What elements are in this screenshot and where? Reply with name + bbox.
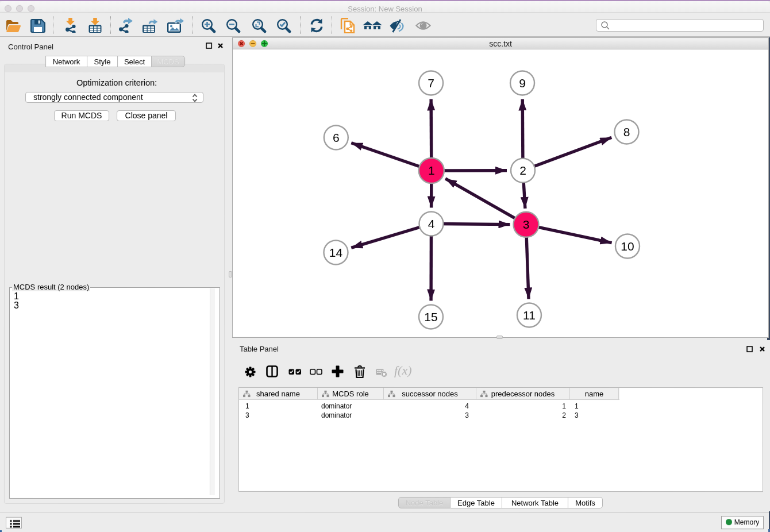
svg-text:11: 11 xyxy=(523,309,536,322)
svg-text:3: 3 xyxy=(523,218,530,231)
svg-text:6: 6 xyxy=(333,130,340,144)
svg-text:1: 1 xyxy=(428,164,435,177)
svg-text:15: 15 xyxy=(424,310,437,323)
svg-text:4: 4 xyxy=(428,217,435,230)
svg-text:14: 14 xyxy=(329,245,343,259)
svg-text:10: 10 xyxy=(621,240,634,253)
svg-text:8: 8 xyxy=(623,125,630,138)
svg-text:7: 7 xyxy=(428,76,434,89)
svg-text:9: 9 xyxy=(519,76,526,90)
svg-text:2: 2 xyxy=(519,164,526,177)
